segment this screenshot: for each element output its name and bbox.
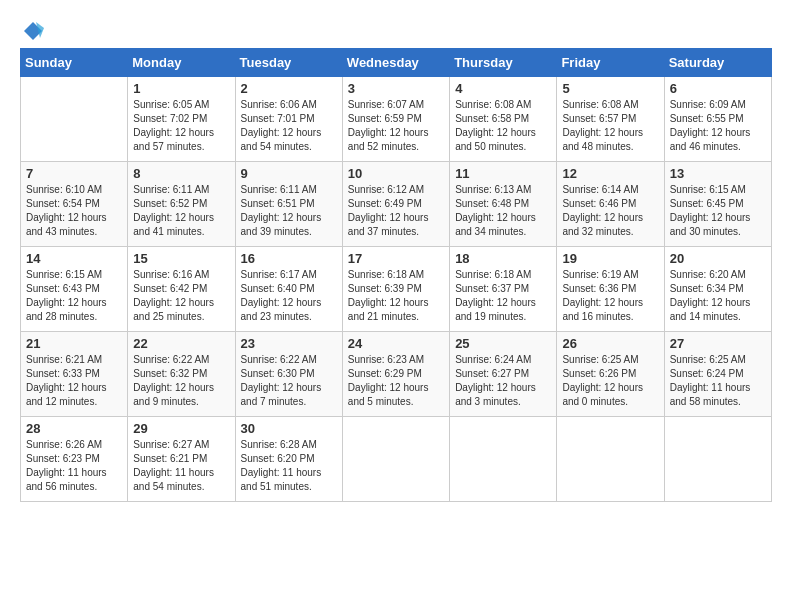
day-number: 15 — [133, 251, 229, 266]
calendar-cell: 14Sunrise: 6:15 AM Sunset: 6:43 PM Dayli… — [21, 247, 128, 332]
col-header-wednesday: Wednesday — [342, 49, 449, 77]
calendar-cell: 19Sunrise: 6:19 AM Sunset: 6:36 PM Dayli… — [557, 247, 664, 332]
col-header-friday: Friday — [557, 49, 664, 77]
col-header-sunday: Sunday — [21, 49, 128, 77]
calendar-week-row: 7Sunrise: 6:10 AM Sunset: 6:54 PM Daylig… — [21, 162, 772, 247]
calendar-cell: 28Sunrise: 6:26 AM Sunset: 6:23 PM Dayli… — [21, 417, 128, 502]
calendar-cell: 16Sunrise: 6:17 AM Sunset: 6:40 PM Dayli… — [235, 247, 342, 332]
day-content: Sunrise: 6:25 AM Sunset: 6:26 PM Dayligh… — [562, 353, 658, 409]
day-content: Sunrise: 6:12 AM Sunset: 6:49 PM Dayligh… — [348, 183, 444, 239]
day-content: Sunrise: 6:27 AM Sunset: 6:21 PM Dayligh… — [133, 438, 229, 494]
day-content: Sunrise: 6:09 AM Sunset: 6:55 PM Dayligh… — [670, 98, 766, 154]
day-number: 4 — [455, 81, 551, 96]
day-content: Sunrise: 6:11 AM Sunset: 6:52 PM Dayligh… — [133, 183, 229, 239]
day-content: Sunrise: 6:15 AM Sunset: 6:43 PM Dayligh… — [26, 268, 122, 324]
day-content: Sunrise: 6:18 AM Sunset: 6:37 PM Dayligh… — [455, 268, 551, 324]
page-header — [20, 20, 772, 38]
day-number: 29 — [133, 421, 229, 436]
calendar-week-row: 14Sunrise: 6:15 AM Sunset: 6:43 PM Dayli… — [21, 247, 772, 332]
day-content: Sunrise: 6:18 AM Sunset: 6:39 PM Dayligh… — [348, 268, 444, 324]
calendar-week-row: 1Sunrise: 6:05 AM Sunset: 7:02 PM Daylig… — [21, 77, 772, 162]
calendar-cell: 4Sunrise: 6:08 AM Sunset: 6:58 PM Daylig… — [450, 77, 557, 162]
col-header-thursday: Thursday — [450, 49, 557, 77]
day-content: Sunrise: 6:22 AM Sunset: 6:32 PM Dayligh… — [133, 353, 229, 409]
calendar-cell: 15Sunrise: 6:16 AM Sunset: 6:42 PM Dayli… — [128, 247, 235, 332]
day-number: 24 — [348, 336, 444, 351]
day-number: 28 — [26, 421, 122, 436]
col-header-saturday: Saturday — [664, 49, 771, 77]
calendar-cell: 8Sunrise: 6:11 AM Sunset: 6:52 PM Daylig… — [128, 162, 235, 247]
day-number: 16 — [241, 251, 337, 266]
calendar-cell: 12Sunrise: 6:14 AM Sunset: 6:46 PM Dayli… — [557, 162, 664, 247]
day-content: Sunrise: 6:17 AM Sunset: 6:40 PM Dayligh… — [241, 268, 337, 324]
day-content: Sunrise: 6:23 AM Sunset: 6:29 PM Dayligh… — [348, 353, 444, 409]
day-number: 10 — [348, 166, 444, 181]
calendar-week-row: 28Sunrise: 6:26 AM Sunset: 6:23 PM Dayli… — [21, 417, 772, 502]
day-content: Sunrise: 6:22 AM Sunset: 6:30 PM Dayligh… — [241, 353, 337, 409]
day-number: 11 — [455, 166, 551, 181]
day-number: 14 — [26, 251, 122, 266]
day-number: 12 — [562, 166, 658, 181]
calendar-cell: 27Sunrise: 6:25 AM Sunset: 6:24 PM Dayli… — [664, 332, 771, 417]
day-content: Sunrise: 6:13 AM Sunset: 6:48 PM Dayligh… — [455, 183, 551, 239]
day-content: Sunrise: 6:10 AM Sunset: 6:54 PM Dayligh… — [26, 183, 122, 239]
calendar-cell: 3Sunrise: 6:07 AM Sunset: 6:59 PM Daylig… — [342, 77, 449, 162]
day-number: 17 — [348, 251, 444, 266]
day-content: Sunrise: 6:24 AM Sunset: 6:27 PM Dayligh… — [455, 353, 551, 409]
day-number: 25 — [455, 336, 551, 351]
calendar-cell — [450, 417, 557, 502]
day-number: 18 — [455, 251, 551, 266]
calendar-cell — [557, 417, 664, 502]
calendar-table: SundayMondayTuesdayWednesdayThursdayFrid… — [20, 48, 772, 502]
calendar-week-row: 21Sunrise: 6:21 AM Sunset: 6:33 PM Dayli… — [21, 332, 772, 417]
day-number: 13 — [670, 166, 766, 181]
day-content: Sunrise: 6:07 AM Sunset: 6:59 PM Dayligh… — [348, 98, 444, 154]
day-content: Sunrise: 6:16 AM Sunset: 6:42 PM Dayligh… — [133, 268, 229, 324]
day-number: 21 — [26, 336, 122, 351]
calendar-cell: 24Sunrise: 6:23 AM Sunset: 6:29 PM Dayli… — [342, 332, 449, 417]
day-content: Sunrise: 6:26 AM Sunset: 6:23 PM Dayligh… — [26, 438, 122, 494]
col-header-tuesday: Tuesday — [235, 49, 342, 77]
calendar-cell: 18Sunrise: 6:18 AM Sunset: 6:37 PM Dayli… — [450, 247, 557, 332]
calendar-cell: 2Sunrise: 6:06 AM Sunset: 7:01 PM Daylig… — [235, 77, 342, 162]
day-number: 7 — [26, 166, 122, 181]
day-number: 9 — [241, 166, 337, 181]
calendar-cell: 20Sunrise: 6:20 AM Sunset: 6:34 PM Dayli… — [664, 247, 771, 332]
logo-icon — [22, 20, 44, 42]
day-number: 3 — [348, 81, 444, 96]
calendar-cell: 7Sunrise: 6:10 AM Sunset: 6:54 PM Daylig… — [21, 162, 128, 247]
calendar-cell: 22Sunrise: 6:22 AM Sunset: 6:32 PM Dayli… — [128, 332, 235, 417]
day-content: Sunrise: 6:19 AM Sunset: 6:36 PM Dayligh… — [562, 268, 658, 324]
calendar-cell: 21Sunrise: 6:21 AM Sunset: 6:33 PM Dayli… — [21, 332, 128, 417]
day-content: Sunrise: 6:28 AM Sunset: 6:20 PM Dayligh… — [241, 438, 337, 494]
day-number: 22 — [133, 336, 229, 351]
calendar-cell — [21, 77, 128, 162]
calendar-cell: 1Sunrise: 6:05 AM Sunset: 7:02 PM Daylig… — [128, 77, 235, 162]
calendar-cell: 5Sunrise: 6:08 AM Sunset: 6:57 PM Daylig… — [557, 77, 664, 162]
day-number: 20 — [670, 251, 766, 266]
calendar-header-row: SundayMondayTuesdayWednesdayThursdayFrid… — [21, 49, 772, 77]
calendar-cell: 9Sunrise: 6:11 AM Sunset: 6:51 PM Daylig… — [235, 162, 342, 247]
calendar-cell: 25Sunrise: 6:24 AM Sunset: 6:27 PM Dayli… — [450, 332, 557, 417]
day-number: 27 — [670, 336, 766, 351]
day-content: Sunrise: 6:08 AM Sunset: 6:57 PM Dayligh… — [562, 98, 658, 154]
col-header-monday: Monday — [128, 49, 235, 77]
calendar-cell: 26Sunrise: 6:25 AM Sunset: 6:26 PM Dayli… — [557, 332, 664, 417]
day-number: 6 — [670, 81, 766, 96]
day-content: Sunrise: 6:21 AM Sunset: 6:33 PM Dayligh… — [26, 353, 122, 409]
day-content: Sunrise: 6:06 AM Sunset: 7:01 PM Dayligh… — [241, 98, 337, 154]
day-content: Sunrise: 6:11 AM Sunset: 6:51 PM Dayligh… — [241, 183, 337, 239]
day-content: Sunrise: 6:20 AM Sunset: 6:34 PM Dayligh… — [670, 268, 766, 324]
calendar-cell: 17Sunrise: 6:18 AM Sunset: 6:39 PM Dayli… — [342, 247, 449, 332]
day-content: Sunrise: 6:14 AM Sunset: 6:46 PM Dayligh… — [562, 183, 658, 239]
day-content: Sunrise: 6:08 AM Sunset: 6:58 PM Dayligh… — [455, 98, 551, 154]
calendar-cell: 29Sunrise: 6:27 AM Sunset: 6:21 PM Dayli… — [128, 417, 235, 502]
calendar-cell: 13Sunrise: 6:15 AM Sunset: 6:45 PM Dayli… — [664, 162, 771, 247]
logo — [20, 20, 44, 38]
calendar-cell: 6Sunrise: 6:09 AM Sunset: 6:55 PM Daylig… — [664, 77, 771, 162]
day-number: 1 — [133, 81, 229, 96]
day-number: 2 — [241, 81, 337, 96]
calendar-cell: 30Sunrise: 6:28 AM Sunset: 6:20 PM Dayli… — [235, 417, 342, 502]
calendar-cell — [664, 417, 771, 502]
day-number: 26 — [562, 336, 658, 351]
